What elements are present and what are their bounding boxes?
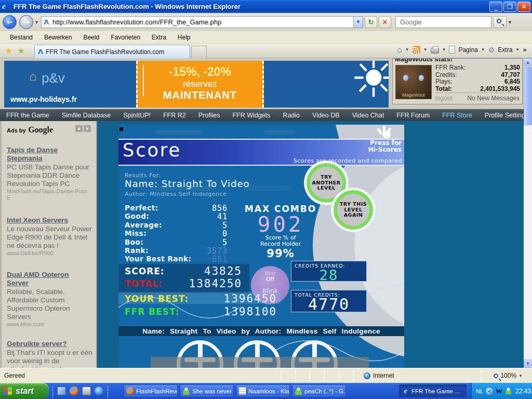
ad-title-link[interactable]: Gebruikte server?	[7, 340, 92, 348]
media-player-icon[interactable]	[95, 387, 103, 395]
favorites-star-icon[interactable]: ★	[5, 46, 12, 56]
task-naamloos[interactable]: Naamloos - Kla...	[236, 384, 290, 397]
refresh-button[interactable]: ↻	[365, 16, 377, 28]
ad-url[interactable]: www.Dell.be/R900	[7, 250, 92, 256]
language-indicator[interactable]: NL	[476, 388, 483, 394]
zoom-dropdown-icon[interactable]: ▼	[518, 374, 523, 378]
total-label: TOTAL:	[125, 278, 163, 289]
scroll-up-button[interactable]: ▲	[524, 58, 532, 66]
search-button[interactable]	[493, 16, 507, 28]
search-dropdown-icon[interactable]: ▼	[508, 20, 512, 25]
task-ffr-the-game[interactable]: e FFR The Game ...	[399, 384, 467, 397]
toolbar-handle[interactable]	[107, 386, 109, 397]
address-field[interactable]: Λ ▼	[41, 16, 363, 28]
ads-up-button[interactable]: ∧	[75, 125, 83, 132]
nav-spinitup[interactable]: SpinItUP!	[117, 112, 157, 119]
ad-title-link[interactable]: Intel Xeon Servers	[7, 216, 92, 224]
history-dropdown-icon[interactable]: ▼	[34, 20, 39, 25]
nav-ffr-forum[interactable]: FFR Forum	[390, 112, 436, 119]
ads-by-label: Ads by	[7, 127, 26, 134]
menu-bestand[interactable]: Bestand	[4, 32, 38, 43]
address-input[interactable]	[51, 18, 353, 26]
back-button[interactable]: ←	[3, 15, 17, 29]
extra-button[interactable]: Extra	[498, 46, 512, 54]
logout-link[interactable]: logout	[435, 95, 453, 102]
restore-button[interactable]: ❐	[503, 2, 516, 12]
search-input[interactable]	[399, 18, 491, 26]
avatar[interactable]: MageWout	[395, 65, 432, 99]
site-nav: FFR the Game Simfile Database SpinItUP! …	[0, 109, 524, 121]
messages-link[interactable]: No New Messages	[467, 95, 520, 102]
ads-down-button[interactable]: ∨	[84, 125, 91, 132]
task-she-was-never[interactable]: She was never ...	[180, 384, 234, 397]
minimize-button[interactable]: _	[489, 2, 502, 12]
pagina-dropdown-icon[interactable]: ▼	[481, 47, 485, 52]
zoom-control[interactable]: 100% ▼	[494, 372, 523, 379]
nav-video-chat[interactable]: Video Chat	[346, 112, 391, 119]
sun-graphic: ☀	[350, 61, 389, 108]
flash-game[interactable]: Score Scores are recorded and compared P…	[118, 125, 404, 368]
home-icon[interactable]: ⌂	[397, 46, 402, 54]
nav-profiles[interactable]: Profiles	[192, 112, 227, 119]
ffr-hand-icon[interactable]	[376, 126, 395, 139]
forward-button[interactable]: →	[19, 15, 33, 29]
ad-title-link[interactable]: Tapis de Danse Stepmania	[7, 146, 92, 163]
firefox-icon[interactable]	[70, 387, 78, 395]
scroll-down-button[interactable]: ▼	[524, 360, 532, 368]
nav-ffr-store[interactable]: FFR Store	[436, 112, 478, 119]
mods-off: Off	[251, 276, 289, 283]
mail-icon[interactable]	[57, 387, 66, 395]
ad-url[interactable]: MayFlash.eu/Tapis-Danse-Pour-E	[7, 188, 92, 201]
nav-radio[interactable]: Radio	[276, 112, 306, 119]
start-button[interactable]: start	[0, 383, 49, 399]
menu-favorieten[interactable]: Favorieten	[105, 32, 146, 43]
menu-extra[interactable]: Extra	[146, 32, 172, 43]
extra-dropdown-icon[interactable]: ▼	[515, 47, 520, 52]
print-icon[interactable]	[431, 48, 439, 54]
menu-help[interactable]: Help	[172, 32, 196, 43]
tab-active[interactable]: Λ FFR The Game FlashFlashRevolution.com	[34, 45, 190, 58]
divider	[281, 370, 281, 381]
task-flashflashrevo[interactable]: FlashFlashRevo...	[124, 384, 178, 397]
print-dropdown-icon[interactable]: ▼	[442, 47, 446, 52]
address-dropdown-icon[interactable]: ▼	[353, 17, 363, 28]
menu-beeld[interactable]: Beeld	[77, 32, 105, 43]
mods-title: Mods	[251, 271, 289, 276]
nav-video-db[interactable]: Video DB	[306, 112, 346, 119]
pagina-button[interactable]: Pagina	[458, 46, 477, 54]
promo-line1: -15%, -20%	[138, 65, 262, 79]
try-this-level-again-button[interactable]: TRY THIS LEVEL AGAIN	[334, 190, 373, 230]
gear-icon[interactable]: ⚙	[488, 46, 495, 54]
score-header-band: Score Scores are recorded and compared	[118, 139, 404, 166]
nav-ffr-r2[interactable]: FFR R2	[157, 112, 192, 119]
toolbar-handle[interactable]	[52, 386, 54, 397]
results-for-label: Results For:	[125, 172, 161, 178]
scroll-thumb[interactable]	[524, 67, 532, 125]
new-tab-button[interactable]	[191, 46, 207, 58]
stop-button[interactable]: ✕	[379, 16, 391, 28]
nav-simfile-database[interactable]: Simfile Database	[56, 112, 117, 119]
ad-url[interactable]: www.Moe.com	[7, 321, 92, 327]
toolbar-overflow-chevron[interactable]: »	[523, 46, 527, 54]
messenger-tray-icon[interactable]	[505, 388, 512, 394]
ad-title-link[interactable]: Dual AMD Opteron Server	[7, 271, 92, 287]
add-favorite-icon[interactable]: ★	[18, 46, 24, 56]
ad-text: Reliable, Scalable, Affordable Custom Su…	[7, 288, 92, 321]
word-tray-icon[interactable]: W	[496, 387, 502, 395]
page-icon[interactable]	[449, 46, 455, 54]
menu-bewerken[interactable]: Bewerken	[38, 32, 77, 43]
banner-ad[interactable]: ⌂ p&v www.pv-holidays.fr -15%, -20% rése…	[4, 61, 389, 108]
close-button[interactable]: ✕	[517, 2, 530, 12]
page-scrollbar[interactable]: ▲ ▼	[524, 58, 532, 368]
home-dropdown-icon[interactable]: ▼	[405, 47, 409, 52]
rss-icon[interactable]	[413, 46, 420, 54]
nav-ffr-the-game[interactable]: FFR the Game	[0, 112, 56, 119]
press-for-hiscores[interactable]: Press for Hi-Scores	[368, 140, 402, 153]
nav-ffr-widgets[interactable]: FFR Widgets	[226, 112, 276, 119]
hide-icons-chevron[interactable]: <	[486, 388, 493, 395]
pv-house-icon: ⌂	[29, 69, 37, 84]
printer-icon[interactable]	[82, 387, 91, 395]
rss-dropdown-icon[interactable]: ▼	[423, 47, 428, 52]
task-peach[interactable]: peaCh (..°) - G...	[292, 384, 346, 397]
search-box[interactable]	[395, 16, 491, 28]
